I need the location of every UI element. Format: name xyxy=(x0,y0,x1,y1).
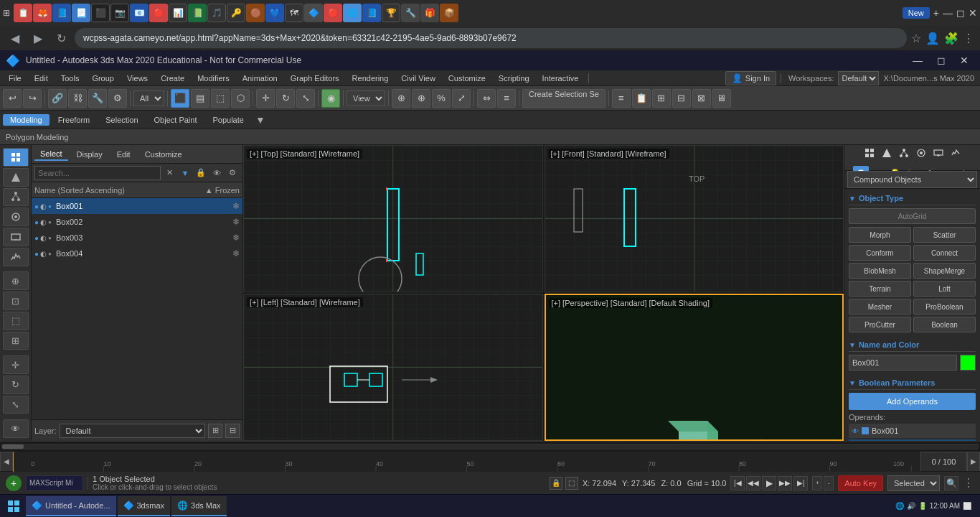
sidebar-modify-icon[interactable] xyxy=(3,168,29,187)
close-chrome[interactable]: ✕ xyxy=(969,7,977,19)
explorer-clear-btn[interactable]: ✕ xyxy=(162,166,176,180)
rotate-btn[interactable]: ↻ xyxy=(276,89,295,108)
blobmesh-btn[interactable]: BlobMesh xyxy=(849,263,911,279)
taskbar-3dsmax-item[interactable]: 🔷 Untitled - Autode... xyxy=(26,496,116,516)
rp-icon-hierarchy[interactable] xyxy=(896,145,912,161)
minimize-btn[interactable]: — xyxy=(907,53,928,67)
rp-icon-display[interactable] xyxy=(930,145,946,161)
select-lasso-btn[interactable]: ⬡ xyxy=(231,89,250,108)
angle-snap-btn[interactable]: ⊕ xyxy=(412,89,430,108)
play-start-btn[interactable]: |◀ xyxy=(730,476,745,490)
tb-icon-21[interactable]: 🔧 xyxy=(401,4,420,22)
forward-btn[interactable]: ▶ xyxy=(29,29,47,47)
tb-icon-18[interactable]: 🌐 xyxy=(343,4,362,22)
conform-btn[interactable]: Conform xyxy=(849,245,911,261)
sidebar-hierarchy-icon[interactable] xyxy=(3,188,29,207)
terrain-btn[interactable]: Terrain xyxy=(849,281,911,297)
play-btn[interactable]: ▶ xyxy=(762,476,776,490)
menu-graph-editors[interactable]: Graph Editors xyxy=(285,73,345,84)
align-btn[interactable]: ≡ xyxy=(497,89,516,108)
viewport-left[interactable]: [+] [Left] [Standard] [Wireframe] xyxy=(243,294,543,441)
start-btn[interactable] xyxy=(3,496,24,516)
menu-group[interactable]: Group xyxy=(86,73,120,84)
selected-dropdown[interactable]: Selected All xyxy=(887,475,940,491)
viewport-perspective[interactable]: [+] [Perspective] [Standard] [Default Sh… xyxy=(545,294,844,441)
new-tab-btn[interactable]: New xyxy=(903,7,930,19)
explorer-item-box003[interactable]: ● ◐ ● Box003 ❄ xyxy=(32,230,242,246)
more-icon[interactable]: ⋮ xyxy=(963,32,974,45)
operand-box001[interactable]: 👁 Box001 xyxy=(849,424,976,438)
sign-in-btn[interactable]: 👤 Sign In xyxy=(725,71,776,85)
tab-populate[interactable]: Populate xyxy=(205,114,250,126)
menu-scripting[interactable]: Scripting xyxy=(493,73,535,84)
menu-create[interactable]: Create xyxy=(155,73,190,84)
play-end-btn[interactable]: ▶| xyxy=(793,476,808,490)
status-more-icon[interactable]: ⋮ xyxy=(963,476,974,490)
tb-icon-7[interactable]: 📧 xyxy=(130,4,149,22)
add-obj-btn[interactable]: + xyxy=(6,475,22,491)
autogrid-check[interactable]: AutoGrid xyxy=(849,208,976,224)
sidebar-motion-icon[interactable] xyxy=(3,208,29,226)
timeline-counter[interactable]: 0 / 100 xyxy=(920,452,967,472)
view-select[interactable]: View xyxy=(347,90,385,106)
tb-icon-6[interactable]: 📷 xyxy=(110,4,129,22)
menu-edit[interactable]: Edit xyxy=(29,73,54,84)
color-swatch[interactable] xyxy=(960,355,976,371)
sidebar-create-icon[interactable] xyxy=(3,148,29,167)
tb-icon-8[interactable]: 🔴 xyxy=(149,4,168,22)
loft-btn[interactable]: Loft xyxy=(913,281,976,297)
tb-icon-14[interactable]: 💙 xyxy=(265,4,284,22)
explorer-tab-display[interactable]: Display xyxy=(71,149,108,160)
sidebar-vert-icon[interactable]: ⊡ xyxy=(3,292,29,310)
tb-icon-12[interactable]: 🔑 xyxy=(227,4,245,22)
explorer-settings-btn[interactable]: ⚙ xyxy=(225,166,240,180)
rp-icon-create[interactable] xyxy=(862,145,877,161)
tb-icon-20[interactable]: 🏆 xyxy=(382,4,400,22)
show-desktop[interactable]: ⬜ xyxy=(963,502,971,510)
explorer-item-box002[interactable]: ● ◐ ● Box002 ❄ xyxy=(32,214,242,230)
create-selection-btn[interactable]: Create Selection Se xyxy=(522,89,606,108)
undo-btn[interactable]: ↩ xyxy=(3,89,22,108)
timeline-scrollbar[interactable] xyxy=(1,444,979,450)
play-next-btn[interactable]: ▶▶ xyxy=(778,476,792,490)
menu-civil-view[interactable]: Civil View xyxy=(395,73,440,84)
close-btn[interactable]: ✕ xyxy=(954,53,974,67)
explorer-tab-select[interactable]: Select xyxy=(34,148,68,161)
maxscript-mini[interactable]: MAXScript Mi xyxy=(26,475,83,491)
tb-icon-4[interactable]: 📃 xyxy=(72,4,90,22)
sidebar-rot2-icon[interactable]: ↻ xyxy=(3,376,29,394)
proboolean-btn[interactable]: ProBoolean xyxy=(913,299,976,315)
tb-icon-5[interactable]: ⬛ xyxy=(91,4,110,22)
refresh-btn[interactable]: ↻ xyxy=(52,29,70,47)
object-type-header[interactable]: ▼ Object Type xyxy=(849,192,976,205)
bind2-btn[interactable]: ⚙ xyxy=(108,89,127,108)
lock-btn[interactable]: 🔒 xyxy=(550,477,562,490)
menu-rendering[interactable]: Rendering xyxy=(347,73,395,84)
bind-btn[interactable]: 🔧 xyxy=(88,89,107,108)
time-down-btn[interactable]: - xyxy=(824,476,834,490)
sidebar-edge-icon[interactable]: ⬚ xyxy=(3,312,29,330)
menu-tools[interactable]: Tools xyxy=(55,73,85,84)
tb-icon-19[interactable]: 📘 xyxy=(362,4,381,22)
tb-icon-23[interactable]: 📦 xyxy=(440,4,458,22)
address-bar[interactable]: wcpss-agata.cameyo.net/app.html?appName=… xyxy=(75,28,907,48)
filter-select[interactable]: All xyxy=(133,90,164,106)
tabs-more[interactable]: + xyxy=(933,7,939,19)
sidebar-move2-icon[interactable]: ✛ xyxy=(3,355,29,374)
sidebar-face-icon[interactable]: ⊞ xyxy=(3,332,29,350)
layer-render-btn[interactable]: 🖥 xyxy=(712,89,731,108)
timeline-track[interactable]: 0 10 20 30 40 50 60 70 80 xyxy=(13,452,920,472)
tb-icon-10[interactable]: 📗 xyxy=(188,4,207,22)
taskbar-chrome-item[interactable]: 🌐 3ds Max xyxy=(171,496,227,516)
tab-freeform[interactable]: Freeform xyxy=(51,114,98,126)
compound-objects-select[interactable]: Compound Objects xyxy=(847,171,977,188)
taskbar-3dsmax2-item[interactable]: 🔷 3dsmax xyxy=(118,496,171,516)
tab-selection[interactable]: Selection xyxy=(98,114,145,126)
move-btn[interactable]: ✛ xyxy=(256,89,275,108)
sidebar-scale2-icon[interactable]: ⤡ xyxy=(3,396,29,414)
layer-type-btn[interactable]: ⊟ xyxy=(672,89,691,108)
menu-animation[interactable]: Animation xyxy=(237,73,283,84)
search-icon[interactable]: 🔍 xyxy=(944,476,958,490)
tab-object-paint[interactable]: Object Paint xyxy=(147,114,204,126)
tb-icon-9[interactable]: 📊 xyxy=(169,4,187,22)
